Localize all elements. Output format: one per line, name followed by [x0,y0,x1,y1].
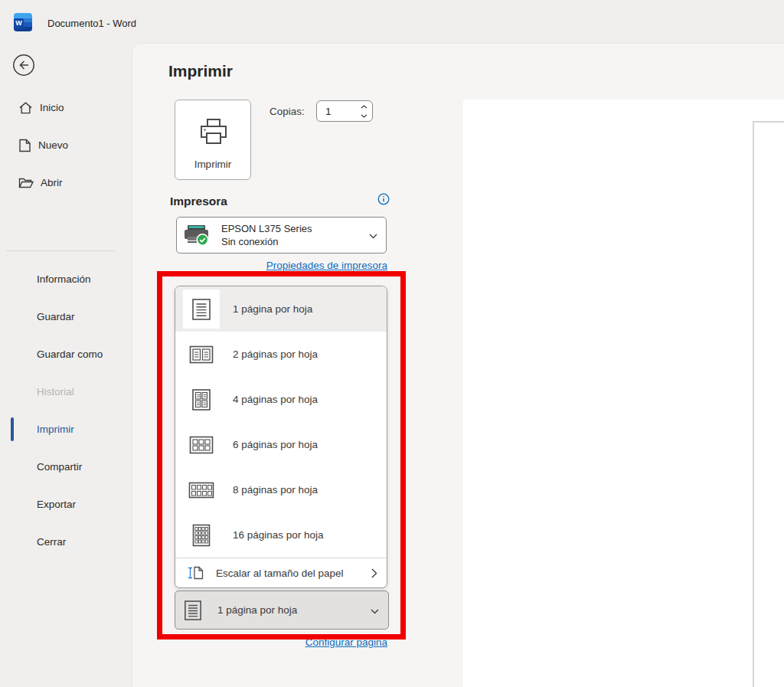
printer-status-icon [183,223,212,247]
pages-per-sheet-dropdown[interactable]: 1 página por hoja [175,590,389,630]
word-backstage-print-view: W Documento1 - Word Inicio Nuevo [0,0,784,687]
copies-label: Copias: [270,106,305,117]
menu-item-8-pages[interactable]: 8 páginas por hoja [175,467,387,512]
menu-item-label: 2 páginas por hoja [233,348,318,360]
sidebar-item-nuevo[interactable]: Nuevo [0,126,132,164]
sidebar-item-abrir[interactable]: Abrir [0,164,132,201]
scale-item-label: Escalar al tamaño del papel [216,568,371,579]
chevron-down-icon [371,609,379,614]
sidebar-item-label: Nuevo [38,139,68,151]
chevron-up-icon [361,105,368,109]
page-setup-link[interactable]: Configurar página [255,636,387,648]
sidebar-item-guardar-como[interactable]: Guardar como [0,335,132,373]
copies-value[interactable]: 1 [325,106,332,117]
new-document-icon [18,139,31,152]
spin-down-button[interactable] [361,114,368,118]
sixteen-pages-per-sheet-icon [183,515,220,555]
print-button[interactable]: Imprimir [175,100,251,180]
sidebar-item-label: Inicio [40,102,64,113]
one-page-per-sheet-icon [183,290,220,329]
sidebar-item-inicio[interactable]: Inicio [0,89,132,126]
window-title: Documento1 - Word [47,18,136,29]
sidebar-item-cerrar[interactable]: Cerrar [0,523,132,561]
printer-name: EPSON L375 Series [221,222,312,235]
menu-item-2-pages[interactable]: 2 páginas por hoja [175,332,387,377]
menu-item-4-pages[interactable]: 4 páginas por hoja [175,377,387,422]
sidebar-item-compartir[interactable]: Compartir [0,448,132,486]
title-bar: W Documento1 - Word [0,0,784,44]
chevron-down-icon [369,234,377,239]
print-preview-area [463,100,784,687]
chevron-down-icon [361,114,368,118]
backstage-sidebar: Inicio Nuevo Abrir Información Guardar G… [0,44,132,687]
copies-spin-buttons [358,102,370,120]
pages-per-sheet-menu: 1 página por hoja 2 páginas por hoja [175,286,387,588]
six-pages-per-sheet-icon [183,425,220,464]
menu-item-label: 4 páginas por hoja [233,394,318,405]
sidebar-item-imprimir[interactable]: Imprimir [0,411,132,448]
info-icon[interactable] [377,193,390,205]
chevron-right-icon [371,568,377,578]
printer-properties-link[interactable]: Propiedades de impresora [255,260,387,271]
back-arrow-icon [12,54,35,77]
back-button[interactable] [12,54,35,77]
print-button-label: Imprimir [194,159,232,170]
sidebar-item-historial: Historial [0,373,132,411]
printer-dropdown[interactable]: EPSON L375 Series Sin conexión [176,217,387,254]
menu-item-6-pages[interactable]: 6 páginas por hoja [175,422,387,467]
four-pages-per-sheet-icon [183,380,220,419]
print-settings-panel: Imprimir Imprimir Copias: 1 [132,44,784,687]
preview-document-page [753,121,784,687]
sidebar-item-informacion[interactable]: Información [0,260,132,298]
spin-up-button[interactable] [361,105,368,109]
open-folder-icon [18,177,34,189]
sidebar-item-guardar[interactable]: Guardar [0,298,132,335]
sidebar-item-exportar[interactable]: Exportar [0,486,132,523]
two-pages-per-sheet-icon [183,335,220,374]
pages-per-sheet-value: 1 página por hoja [217,604,297,616]
menu-item-label: 8 páginas por hoja [233,484,318,496]
copies-spinner[interactable]: 1 [316,100,373,122]
printer-icon [197,117,230,148]
page-title: Imprimir [168,62,233,80]
sidebar-item-label: Abrir [41,177,63,188]
printer-status: Sin conexión [221,235,312,248]
menu-item-label: 16 páginas por hoja [233,529,324,541]
sidebar-divider [6,250,115,251]
word-app-icon: W [14,13,32,31]
menu-item-label: 1 página por hoja [233,303,312,315]
printer-info: EPSON L375 Series Sin conexión [221,222,312,248]
menu-item-1-page[interactable]: 1 página por hoja [175,286,387,332]
sidebar-secondary-nav: Información Guardar Guardar como Histori… [0,260,132,561]
menu-item-label: 6 páginas por hoja [233,439,318,450]
eight-pages-per-sheet-icon [183,470,220,509]
home-icon [18,101,33,115]
sidebar-primary-nav: Inicio Nuevo Abrir [0,89,132,201]
menu-item-16-pages[interactable]: 16 páginas por hoja [175,512,387,558]
scale-to-paper-size-item[interactable]: Escalar al tamaño del papel [175,558,387,587]
scale-to-fit-icon [188,565,204,581]
one-page-per-sheet-icon [184,600,202,621]
printer-section-title: Impresora [170,195,227,208]
